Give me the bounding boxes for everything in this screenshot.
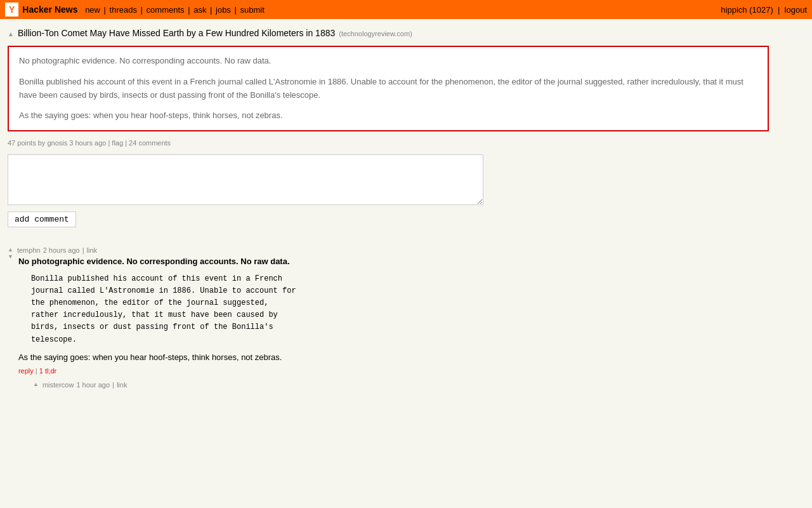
hn-logo[interactable]: Y [5,3,18,17]
comment-mono-block: Bonilla published his account of this ev… [31,273,804,346]
header-logout-link[interactable]: logout [785,5,807,15]
nav-sep-4: | [207,5,214,15]
header-right: hippich (1027) | logout [721,5,807,15]
comment-end-line: As the saying goes: when you hear hoof-s… [18,351,804,364]
article-vote-arrow[interactable]: ▲ [8,30,14,37]
comment-actions-1: reply | 1 tl;dr [17,367,804,375]
comment-tldr-link[interactable]: 1 tl;dr [39,367,57,375]
highlight-text-3: As the saying goes: when you hear hoof-s… [19,109,757,123]
add-comment-button[interactable]: add comment [8,211,76,227]
comment-row-1: ▲ ▼ temphn 2 hours ago | link No photogr… [8,246,804,375]
nested-sep: | [112,381,114,389]
comment-sep: | [82,246,84,254]
comment-user-link[interactable]: temphn [17,246,41,254]
nav-jobs[interactable]: jobs [216,5,231,15]
highlight-box: No photographic evidence. No correspondi… [8,46,769,131]
nav-ask[interactable]: ask [193,5,206,15]
content: ▲ Billion-Ton Comet May Have Missed Eart… [0,19,812,401]
comment-link[interactable]: link [87,246,98,254]
header-title: Hacker News [22,4,77,15]
comment-thread-1: ▲ ▼ temphn 2 hours ago | link No photogr… [8,246,804,390]
comment-reply-link[interactable]: reply [18,367,34,375]
meta-flag-link[interactable]: flag [112,139,123,147]
meta-comments-link[interactable]: 24 comments [129,139,171,147]
nav-sep-5: | [232,5,239,15]
comment-time: 2 hours ago [43,246,80,254]
nav-new[interactable]: new [85,5,100,15]
nav-threads[interactable]: threads [110,5,137,15]
nav-sep-2: | [138,5,145,15]
header-nav: new | threads | comments | ask | jobs | … [82,5,265,15]
nav-submit[interactable]: submit [240,5,264,15]
nav-sep-3: | [186,5,193,15]
meta-points: 47 points [8,139,36,147]
comment-bold-line: No photographic evidence. No correspondi… [18,255,804,268]
comment-body-1: No photographic evidence. No correspondi… [17,255,804,363]
header-user-link[interactable]: hippich (1027) [721,5,773,15]
article-title-link[interactable]: Billion-Ton Comet May Have Missed Earth … [18,28,335,38]
nav-separator [82,5,84,15]
comment-section: ▲ ▼ temphn 2 hours ago | link No photogr… [8,240,804,390]
highlight-text-1: No photographic evidence. No correspondi… [19,55,757,68]
article-meta: 47 points by gnosis 3 hours ago | flag |… [8,137,804,154]
nested-upvote[interactable]: ▲ [33,381,39,388]
meta-time-text: 3 hours ago [69,139,106,147]
comment-upvote[interactable]: ▲ [8,246,13,253]
comment-textarea[interactable] [8,154,483,205]
nested-comment-row: ▲ mistercow 1 hour ago | link [33,381,804,390]
meta-by: by [38,139,48,147]
meta-user-link[interactable]: gnosis [47,139,67,147]
header-sep: | [775,5,782,15]
nested-comment-vote: ▲ [33,381,39,388]
article-title: Billion-Ton Comet May Have Missed Earth … [18,28,335,38]
comment-vote-1: ▲ ▼ [8,246,13,260]
highlight-text-2: Bonilla published his account of this ev… [19,76,757,102]
nested-user-link[interactable]: mistercow [43,381,74,389]
article-domain: (technologyreview.com) [339,30,412,37]
nav-sep-1: | [102,5,108,15]
nav-comments[interactable]: comments [147,5,185,15]
header: Y Hacker News new | threads | comments |… [0,0,812,19]
article-title-row: ▲ Billion-Ton Comet May Have Missed Eart… [8,24,804,41]
nested-time: 1 hour ago [76,381,110,389]
nested-link[interactable]: link [117,381,128,389]
nested-comment-1: ▲ mistercow 1 hour ago | link [33,381,804,390]
nested-comment-meta: mistercow 1 hour ago | link [43,381,128,389]
comment-downvote[interactable]: ▼ [8,253,13,260]
comment-meta-1: temphn 2 hours ago | link [17,246,804,254]
